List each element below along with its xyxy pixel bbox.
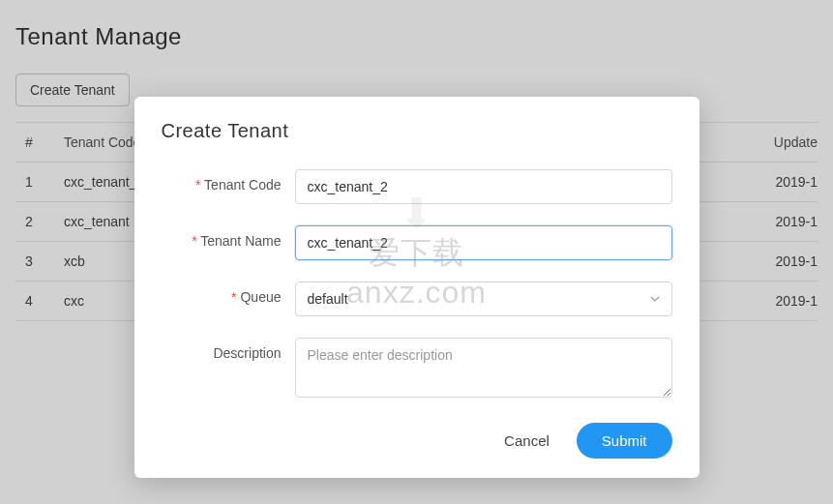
label-description: Description xyxy=(162,338,295,361)
submit-button[interactable]: Submit xyxy=(577,423,672,459)
queue-value: default xyxy=(308,291,348,307)
description-textarea[interactable] xyxy=(295,338,672,398)
cancel-button[interactable]: Cancel xyxy=(498,425,555,457)
modal-footer: Cancel Submit xyxy=(162,423,672,459)
label-queue: Queue xyxy=(162,282,295,305)
queue-select[interactable]: default xyxy=(295,282,672,316)
row-queue: Queue default xyxy=(162,282,672,316)
label-tenant-name: Tenant Name xyxy=(162,225,295,249)
tenant-name-input[interactable] xyxy=(295,225,672,260)
label-tenant-code: Tenant Code xyxy=(162,169,295,193)
create-tenant-modal: Create Tenant Tenant Code Tenant Name Qu… xyxy=(134,97,699,478)
tenant-code-input[interactable] xyxy=(295,169,672,204)
row-tenant-code: Tenant Code xyxy=(162,169,672,204)
row-description: Description xyxy=(162,338,672,401)
row-tenant-name: Tenant Name xyxy=(162,225,672,260)
chevron-down-icon xyxy=(650,296,660,302)
modal-title: Create Tenant xyxy=(162,120,672,142)
